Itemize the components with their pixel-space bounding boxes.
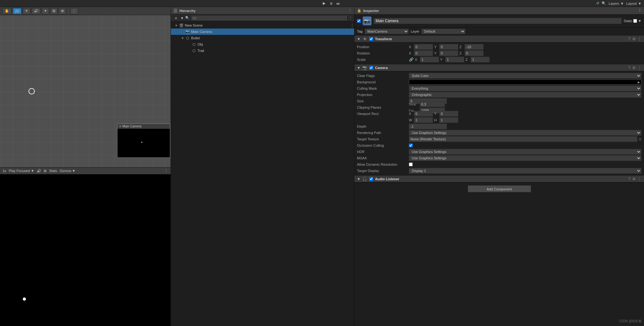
camera-header[interactable]: ▼ 📷 Camera ? ⚙ ⋮ xyxy=(354,64,644,71)
hierarchy-scene-more[interactable]: ⋮ xyxy=(350,23,354,28)
viewport-h[interactable] xyxy=(439,117,458,123)
camera-preview-window[interactable]: ≡ Main Camera xyxy=(117,124,170,158)
layers-dropdown[interactable]: Layers ▼ xyxy=(609,2,624,5)
inspector-lock-icon[interactable]: 🔒 xyxy=(357,9,361,13)
gizmos-btn[interactable]: Gizmos ▼ xyxy=(59,169,75,173)
target-display-select[interactable]: Display 1 xyxy=(409,168,641,174)
search-icon-top[interactable]: 🔍 xyxy=(602,1,606,5)
projection-label: Projection xyxy=(357,93,408,97)
step-button[interactable]: ⏭ xyxy=(335,1,341,6)
static-checkbox[interactable] xyxy=(633,19,637,23)
depth-input[interactable] xyxy=(409,124,447,129)
hierarchy-search-input[interactable] xyxy=(191,15,347,21)
camera-section: ▼ 📷 Camera ? ⚙ ⋮ Clear Flags xyxy=(354,64,644,176)
audio-listener-settings-icon[interactable]: ⚙ xyxy=(632,177,636,181)
hierarchy-add-btn[interactable]: + xyxy=(173,15,179,21)
audio-listener-more-icon[interactable]: ⋮ xyxy=(638,177,641,181)
background-color-swatch[interactable]: ▶ xyxy=(409,80,641,85)
rotation-z[interactable] xyxy=(465,50,484,56)
hand-tool[interactable]: ✋ xyxy=(3,8,11,14)
position-y[interactable] xyxy=(439,44,458,50)
hierarchy-search-more[interactable]: ⋮ xyxy=(349,16,352,20)
audio-listener-section: ▼ 🎧 Audio Listener ? ⚙ ⋮ xyxy=(354,176,644,183)
2d-toggle[interactable]: 2D xyxy=(13,8,22,14)
transform-enabled[interactable] xyxy=(369,37,373,41)
scene-tool[interactable]: ⊞ xyxy=(50,8,58,14)
camera-preview-content xyxy=(117,129,170,157)
position-x[interactable] xyxy=(414,44,433,50)
tag-select[interactable]: MainCamera xyxy=(365,29,409,34)
viewport-y[interactable] xyxy=(439,111,458,117)
stats-btn[interactable]: Stats xyxy=(49,169,57,173)
hierarchy-label-new-scene: New Scene xyxy=(185,23,203,27)
viewport-rect-xy: X Y xyxy=(409,111,641,117)
size-label: Size xyxy=(357,99,408,103)
obj-icon: ⬡ xyxy=(192,42,196,47)
play-button[interactable]: ▶ xyxy=(321,1,327,6)
clear-flags-select[interactable]: Solid Color xyxy=(409,73,641,79)
projection-row: Projection Orthographic xyxy=(354,92,644,98)
transform-more-icon[interactable]: ⋮ xyxy=(638,37,641,41)
fx-tool[interactable]: ✦ xyxy=(42,8,49,14)
transform-help-icon[interactable]: ? xyxy=(628,37,630,41)
pause-button[interactable]: ⏸ xyxy=(328,1,334,6)
camera-settings-icon[interactable]: ⚙ xyxy=(632,66,636,70)
msaa-select[interactable]: Use Graphics Settings xyxy=(409,155,641,161)
target-texture-picker[interactable]: ⊙ xyxy=(639,137,641,141)
position-z[interactable] xyxy=(465,44,484,50)
hierarchy-label-bullet: Bullet xyxy=(191,36,200,40)
transform-props: Position X Y Z Rotation xyxy=(354,42,644,64)
rendering-path-label: Rendering Path xyxy=(357,131,408,135)
camera-help-icon[interactable]: ? xyxy=(628,66,630,70)
allow-dynamic-checkbox[interactable] xyxy=(409,163,413,166)
viewport-w[interactable] xyxy=(414,117,433,123)
stats-icon[interactable]: ⊞ xyxy=(44,169,47,173)
hierarchy-item-trail[interactable]: ⬡ Trail xyxy=(171,48,354,54)
projection-select[interactable]: Orthographic xyxy=(409,92,641,98)
viewport-wh-row: W H xyxy=(354,117,644,123)
rendering-path-select[interactable]: Use Graphics Settings xyxy=(409,130,641,136)
layer-select[interactable]: Default xyxy=(421,29,466,34)
near-input[interactable] xyxy=(420,101,445,107)
audio-icon[interactable]: 🔊 xyxy=(37,169,41,173)
scale-z[interactable] xyxy=(471,57,490,62)
transform-header[interactable]: ▼ ✛ Transform ? ⚙ ⋮ xyxy=(354,35,644,42)
culling-mask-select[interactable]: Everything xyxy=(409,86,641,91)
trail-icon: ⬡ xyxy=(192,48,196,53)
more-tools[interactable]: ⋮ xyxy=(70,8,78,14)
msaa-row: MSAA Use Graphics Settings xyxy=(354,155,644,161)
gizmo-tool[interactable]: ⊕ xyxy=(59,8,66,14)
scale-y[interactable] xyxy=(445,57,464,62)
object-name-input[interactable] xyxy=(373,18,622,24)
transform-settings-icon[interactable]: ⚙ xyxy=(632,37,636,41)
audio-listener-header[interactable]: ▼ 🎧 Audio Listener ? ⚙ ⋮ xyxy=(354,176,644,182)
history-icon[interactable]: ↺ xyxy=(596,1,599,5)
hierarchy-item-bullet[interactable]: ▼ ⬡ Bullet xyxy=(171,35,354,41)
viewport-x[interactable] xyxy=(414,111,433,117)
culling-mask-label: Culling Mask xyxy=(357,86,408,90)
rotation-y[interactable] xyxy=(439,50,458,56)
scene-bottom-more[interactable]: ⋮ xyxy=(165,169,168,173)
audio-listener-help-icon[interactable]: ? xyxy=(628,177,630,181)
hierarchy-more-btn[interactable]: ⋮ xyxy=(348,9,352,13)
occlusion-culling-checkbox[interactable] xyxy=(409,144,413,147)
scale-lock-icon[interactable]: 🔗 xyxy=(409,57,414,62)
add-component-button[interactable]: Add Component xyxy=(468,185,531,192)
hierarchy-item-obj[interactable]: ⬡ Obj xyxy=(171,41,354,48)
audio-tool[interactable]: 🔊 xyxy=(32,8,41,14)
audio-listener-enabled[interactable] xyxy=(369,177,373,181)
rotation-x[interactable] xyxy=(414,50,433,56)
hierarchy-panel: ☰ Hierarchy ⋮ + ▼ 🔍 ⋮ ▼ 🎬 New Scene ⋮ xyxy=(171,7,354,326)
scale-x[interactable] xyxy=(420,57,439,62)
light-tool[interactable]: ☀ xyxy=(23,8,30,14)
object-enabled-checkbox[interactable] xyxy=(357,19,361,23)
hdr-select[interactable]: Use Graphics Settings xyxy=(409,149,641,155)
layout-dropdown[interactable]: Layout ▼ xyxy=(626,2,641,5)
play-focused-btn[interactable]: Play Focused ▼ xyxy=(9,169,34,173)
hierarchy-item-new-scene[interactable]: ▼ 🎬 New Scene ⋮ xyxy=(171,22,354,29)
camera-more-icon[interactable]: ⋮ xyxy=(638,66,641,70)
inspector-more-btn[interactable]: ⋮ xyxy=(638,9,641,13)
camera-enabled[interactable] xyxy=(369,66,373,70)
hierarchy-item-main-camera[interactable]: 📷 Main Camera xyxy=(171,29,354,35)
camera-title: Camera xyxy=(375,66,388,70)
